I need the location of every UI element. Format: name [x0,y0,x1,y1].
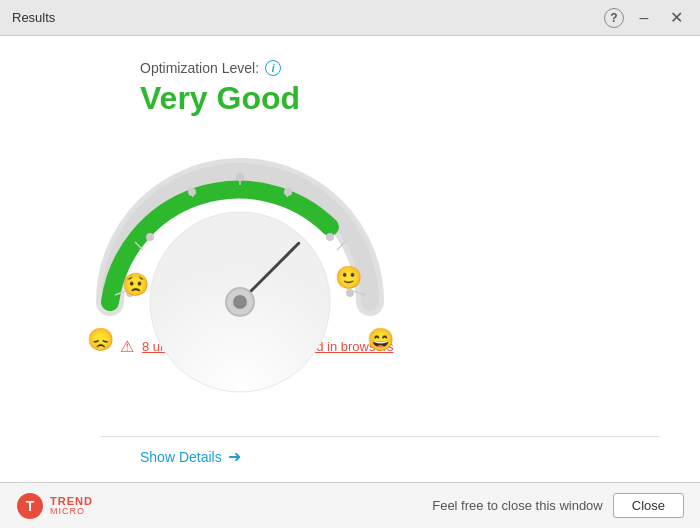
svg-point-11 [236,173,244,181]
title-bar: Results ? – ✕ [0,0,700,36]
bottom-right: Feel free to close this window Close [432,493,684,518]
minimize-button[interactable]: – [632,6,656,30]
info-icon[interactable]: i [265,60,281,76]
main-content: Optimization Level: i Very Good [0,36,700,482]
svg-point-12 [284,188,292,196]
show-details-link[interactable]: Show Details ➜ [140,447,241,466]
warning-icon: ⚠ [120,337,134,356]
trend-micro-text: TREND MICRO [50,495,93,517]
window-title: Results [12,10,55,25]
gauge-svg: 😞 😟 🙂 😄 [80,137,400,337]
emoji-very-good: 😄 [367,326,395,353]
logo-section: T TREND MICRO [16,492,93,520]
bottom-bar: T TREND MICRO Feel free to close this wi… [0,482,700,528]
trend-name: TREND [50,495,93,507]
svg-text:T: T [26,498,35,514]
gauge-container: 😞 😟 🙂 😄 [80,137,400,317]
close-button[interactable]: Close [613,493,684,518]
svg-point-9 [146,233,154,241]
window-controls: ? – ✕ [604,6,688,30]
window-close-button[interactable]: ✕ [664,6,688,30]
optimization-value: Very Good [140,80,660,117]
svg-point-14 [346,289,354,297]
show-details-section: Show Details ➜ [140,447,241,466]
trend-micro-logo-icon: T [16,492,44,520]
feel-free-text: Feel free to close this window [432,498,603,513]
emoji-bad: 😟 [122,271,150,298]
svg-point-10 [188,188,196,196]
svg-point-13 [326,233,334,241]
emoji-good: 🙂 [335,264,363,291]
show-details-label: Show Details [140,449,222,465]
svg-point-17 [233,295,247,309]
emoji-very-bad: 😞 [87,326,115,353]
optimization-label-text: Optimization Level: [140,60,259,76]
optimization-label-row: Optimization Level: i [140,60,660,76]
help-button[interactable]: ? [604,8,624,28]
arrow-right-icon: ➜ [228,447,241,466]
trend-sub: MICRO [50,507,93,517]
divider [100,436,660,437]
